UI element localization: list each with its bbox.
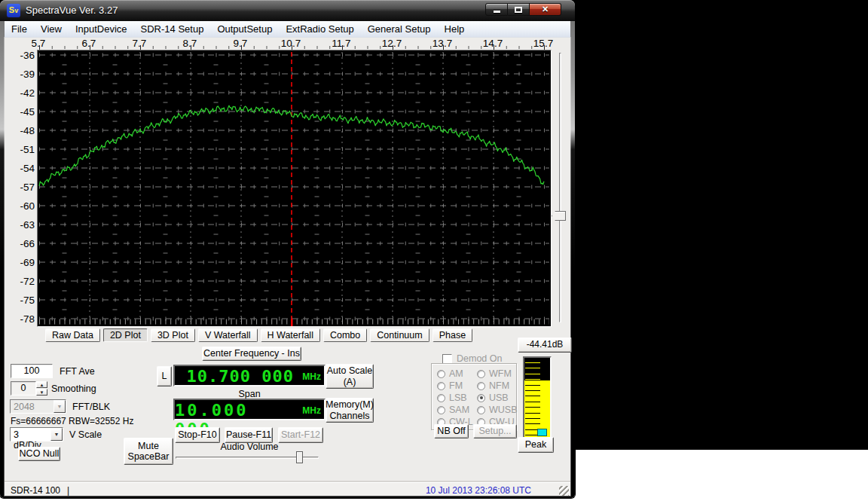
smoothing-down-button[interactable]: ▼ — [36, 389, 47, 396]
center-frequency-display[interactable]: 10.700 000 MHz — [173, 365, 326, 386]
smoothing-label: Smoothing — [51, 383, 96, 394]
center-frequency-button[interactable]: Center Frequency - Ins — [202, 347, 301, 361]
spectravue-window: Sv SpectraVue Ver. 3.27 ✕ FileViewInputD… — [0, 0, 575, 498]
tab-raw-data[interactable]: Raw Data — [45, 328, 100, 342]
auto-scale-button[interactable]: Auto Scale(A) — [326, 364, 374, 389]
demod-mode-label: NFM — [489, 380, 509, 391]
demod-setup-button[interactable]: Setup... — [473, 424, 517, 438]
demod-mode-usb[interactable]: USB — [477, 392, 518, 404]
fs-rbw-text: Fs=66666667 RBW=32552 Hz — [11, 416, 133, 426]
y-tick-label: -69 — [6, 257, 35, 268]
demod-mode-lsb[interactable]: LSB — [437, 392, 473, 404]
close-icon: ✕ — [542, 5, 549, 14]
demod-mode-fm[interactable]: FM — [437, 380, 473, 392]
plot-vertical-slider-thumb[interactable] — [552, 211, 566, 221]
y-tick-label: -75 — [6, 295, 35, 306]
fft-ave-input[interactable]: 100 — [11, 364, 53, 378]
y-tick-label: -39 — [6, 69, 35, 80]
meter-tick — [525, 423, 540, 424]
fft-blk-dropdown[interactable]: 2048 ▼ — [10, 399, 66, 414]
menu-item-extradio-setup[interactable]: ExtRadio Setup — [279, 22, 360, 36]
smoothing-up-button[interactable]: ▲ — [36, 381, 47, 388]
mute-text: MuteSpaceBar — [128, 441, 170, 463]
tab-combo[interactable]: Combo — [323, 328, 367, 342]
meter-tick — [525, 413, 540, 414]
audio-volume-label: Audio Volume — [185, 441, 313, 452]
span-display[interactable]: 10.000 000 MHz — [173, 399, 326, 420]
title-bar[interactable]: Sv SpectraVue Ver. 3.27 ✕ — [0, 0, 575, 21]
memory-channels-button[interactable]: Memory(M)Channels — [326, 398, 374, 423]
radio-icon[interactable] — [477, 382, 485, 390]
tab-2d-plot[interactable]: 2D Plot — [103, 328, 148, 342]
tab-continuum[interactable]: Continuum — [370, 328, 429, 342]
smoothing-value[interactable]: 0 — [11, 381, 36, 396]
audio-volume-thumb[interactable] — [296, 451, 303, 463]
demod-mode-label: LSB — [449, 393, 467, 403]
y-tick-label: -42 — [6, 87, 35, 99]
menu-item-help[interactable]: Help — [438, 22, 472, 36]
meter-tick — [525, 402, 540, 402]
demod-modes-left: AMFMLSBSAMCW-L — [437, 368, 473, 428]
menu-item-file[interactable]: File — [5, 22, 34, 36]
spectrum-plot[interactable] — [37, 50, 552, 327]
demod-mode-am[interactable]: AM — [437, 368, 473, 380]
y-tick-label: -63 — [6, 219, 35, 231]
meter-peak-marker — [537, 429, 547, 436]
radio-icon[interactable] — [437, 394, 445, 402]
stop-button[interactable]: Stop-F10 — [175, 427, 220, 443]
meter-tick — [525, 418, 540, 419]
y-tick-label: -60 — [6, 200, 35, 212]
tab-v-waterfall[interactable]: V Waterfall — [198, 328, 258, 342]
demod-mode-wfm[interactable]: WFM — [477, 368, 518, 380]
center-frequency-unit: MHz — [302, 371, 321, 382]
close-button[interactable]: ✕ — [530, 3, 561, 16]
radio-icon[interactable] — [437, 370, 445, 378]
demod-mode-label: AM — [449, 368, 463, 379]
demod-mode-wusb[interactable]: WUSB — [477, 404, 518, 416]
tab-phase[interactable]: Phase — [432, 328, 472, 342]
peak-button[interactable]: Peak — [518, 437, 554, 453]
radio-icon[interactable] — [477, 394, 485, 402]
status-bar: SDR-14 100 | 10 Jul 2013 23:26:08 UTC — [5, 482, 570, 496]
menu-item-sdr-14-setup[interactable]: SDR-14 Setup — [134, 22, 211, 36]
minimize-button[interactable] — [485, 3, 508, 16]
y-tick-label: -54 — [6, 163, 35, 174]
meter-tick — [525, 385, 540, 386]
plot-vertical-slider-track[interactable] — [559, 53, 561, 322]
radio-icon[interactable] — [437, 406, 445, 414]
radio-icon[interactable] — [437, 382, 445, 390]
meter-tick — [525, 379, 540, 380]
menu-bar: FileViewInputDeviceSDR-14 SetupOutputSet… — [5, 21, 570, 38]
lock-button[interactable]: L — [157, 366, 172, 386]
tab-h-waterfall[interactable]: H Waterfall — [261, 328, 320, 342]
nco-null-button[interactable]: NCO Null — [18, 447, 60, 461]
meter-unfilled-region — [524, 358, 550, 380]
demod-on-control[interactable]: Demod On — [442, 353, 502, 364]
tab-3d-plot[interactable]: 3D Plot — [151, 328, 195, 342]
maximize-button[interactable] — [508, 3, 530, 16]
mute-button[interactable]: MuteSpaceBar — [124, 438, 173, 465]
radio-icon[interactable] — [477, 370, 485, 378]
menu-item-outputsetup[interactable]: OutputSetup — [210, 22, 279, 36]
status-separator: | — [67, 485, 69, 496]
menu-item-general-setup[interactable]: General Setup — [361, 22, 438, 36]
pause-button[interactable]: Pause-F11 — [225, 427, 273, 443]
y-tick-label: -45 — [6, 106, 35, 118]
v-scale-dropdown[interactable]: 3 dB/Div ▼ — [10, 427, 63, 441]
demod-mode-sam[interactable]: SAM — [437, 404, 473, 416]
v-scale-label: V Scale — [69, 429, 102, 440]
demod-on-checkbox[interactable] — [442, 354, 452, 364]
fft-blk-arrow-icon: ▼ — [53, 400, 66, 413]
start-button[interactable]: Start-F12 — [278, 427, 323, 443]
resize-grip[interactable] — [559, 486, 569, 496]
fft-blk-value: 2048 — [11, 400, 53, 413]
demod-mode-label: SAM — [449, 405, 469, 415]
demod-mode-label: WFM — [489, 368, 512, 379]
signal-level-meter — [523, 356, 552, 441]
span-label: Span — [173, 389, 326, 399]
radio-icon[interactable] — [477, 406, 485, 414]
menu-item-view[interactable]: View — [34, 22, 69, 36]
nb-off-button[interactable]: NB Off — [434, 424, 469, 438]
menu-item-inputdevice[interactable]: InputDevice — [69, 22, 134, 36]
demod-mode-nfm[interactable]: NFM — [477, 380, 518, 392]
